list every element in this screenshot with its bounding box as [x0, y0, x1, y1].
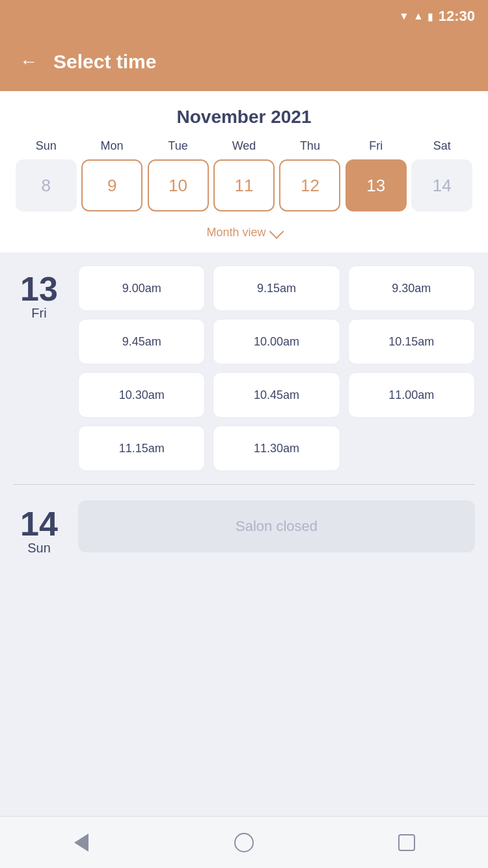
- time-slot-915am[interactable]: 9.15am: [213, 265, 340, 311]
- time-slot-1000am[interactable]: 10.00am: [213, 319, 340, 364]
- nav-recents-button[interactable]: [395, 831, 418, 854]
- day-header-sun: Sun: [16, 139, 77, 153]
- back-triangle-icon: [74, 834, 88, 852]
- time-section: 13 Fri 9.00am 9.15am 9.30am 9.45am 10.00…: [0, 252, 488, 816]
- day-header-thu: Thu: [279, 139, 340, 153]
- status-time: 12:30: [439, 8, 475, 25]
- bottom-navigation: [0, 816, 488, 868]
- calendar-week-row: 8 9 10 11 12 13 14: [13, 159, 475, 211]
- nav-back-button[interactable]: [70, 831, 93, 854]
- salon-closed-label: Salon closed: [78, 500, 475, 552]
- day-header-sat: Sat: [411, 139, 472, 153]
- chevron-down-icon: [269, 224, 284, 239]
- day-block-13: 13 Fri 9.00am 9.15am 9.30am 9.45am 10.00…: [13, 265, 475, 471]
- cal-day-13[interactable]: 13: [346, 159, 407, 211]
- cal-day-12[interactable]: 12: [279, 159, 340, 211]
- day-name-14: Sun: [27, 541, 51, 556]
- day-header-mon: Mon: [81, 139, 142, 153]
- day-divider: [13, 484, 475, 485]
- day-number-14: 14: [20, 507, 58, 541]
- time-slot-1100am[interactable]: 11.00am: [348, 372, 475, 418]
- cal-day-8[interactable]: 8: [16, 159, 77, 211]
- day-header-tue: Tue: [148, 139, 209, 153]
- time-grid-13: 9.00am 9.15am 9.30am 9.45am 10.00am 10.1…: [78, 265, 475, 471]
- time-slot-1130am[interactable]: 11.30am: [213, 426, 340, 471]
- time-slot-1030am[interactable]: 10.30am: [78, 372, 205, 418]
- status-bar: ▼ ▲ ▮ 12:30: [0, 0, 488, 33]
- cal-day-10[interactable]: 10: [148, 159, 209, 211]
- time-slot-930am[interactable]: 9.30am: [348, 265, 475, 311]
- day-block-14: 14 Sun Salon closed: [13, 500, 475, 556]
- time-slot-1045am[interactable]: 10.45am: [213, 372, 340, 418]
- day-headers: Sun Mon Tue Wed Thu Fri Sat: [13, 139, 475, 153]
- month-view-label: Month view: [206, 226, 265, 239]
- back-button[interactable]: ←: [20, 51, 38, 72]
- battery-icon: ▮: [427, 10, 433, 23]
- day-header-wed: Wed: [213, 139, 275, 153]
- time-slot-945am[interactable]: 9.45am: [78, 319, 205, 364]
- time-slot-900am[interactable]: 9.00am: [78, 265, 205, 311]
- app-header: ← Select time: [0, 33, 488, 91]
- calendar-section: November 2021 Sun Mon Tue Wed Thu Fri Sa…: [0, 91, 488, 252]
- nav-home-button[interactable]: [232, 831, 256, 854]
- page-title: Select time: [53, 51, 156, 73]
- time-slot-1115am[interactable]: 11.15am: [78, 426, 205, 471]
- signal-icon: ▲: [413, 10, 424, 22]
- day-name-13: Fri: [31, 306, 46, 321]
- cal-day-14[interactable]: 14: [411, 159, 472, 211]
- wifi-icon: ▼: [399, 10, 409, 22]
- recents-square-icon: [398, 834, 415, 851]
- time-slot-1015am[interactable]: 10.15am: [348, 319, 475, 364]
- cal-day-11[interactable]: 11: [213, 159, 275, 211]
- day-number-13: 13: [20, 272, 58, 306]
- status-icons: ▼ ▲ ▮: [399, 10, 433, 23]
- home-circle-icon: [234, 833, 254, 852]
- month-view-toggle[interactable]: Month view: [13, 217, 475, 246]
- month-year-label: November 2021: [13, 107, 475, 128]
- cal-day-9[interactable]: 9: [81, 159, 142, 211]
- day-label-14: 14 Sun: [13, 500, 65, 556]
- day-label-13: 13 Fri: [13, 265, 65, 471]
- day-header-fri: Fri: [346, 139, 407, 153]
